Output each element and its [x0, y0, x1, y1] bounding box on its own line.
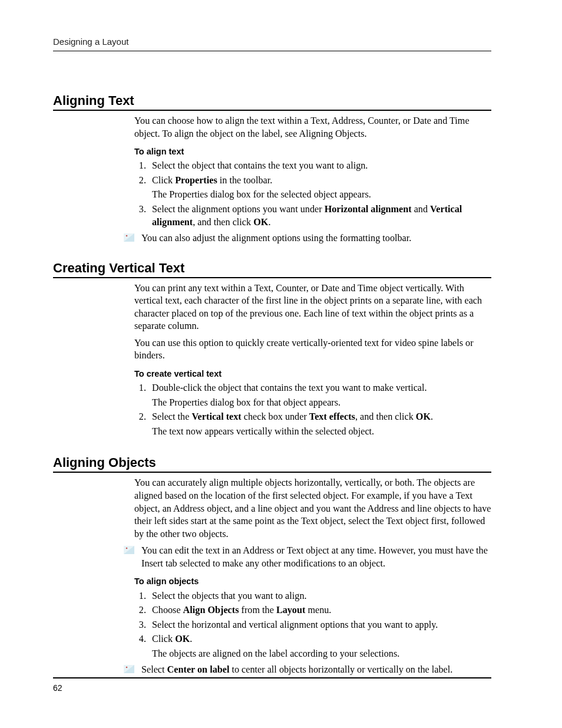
step-text: Choose Align Objects from the Layout men…: [152, 605, 331, 615]
step-text: Double-click the object that contains th…: [152, 383, 427, 393]
section-heading-aligning-objects: Aligning Objects: [53, 455, 491, 473]
note: You can edit the text in an Address or T…: [124, 545, 491, 570]
procedure-steps: Select the object that contains the text…: [134, 160, 491, 229]
step-result: The Properties dialog box for the select…: [152, 189, 491, 202]
step-text: Select the objects that you want to alig…: [152, 591, 307, 601]
section-heading-creating-vertical-text: Creating Vertical Text: [53, 261, 491, 278]
step: Choose Align Objects from the Layout men…: [148, 604, 491, 617]
step-text: Select the Vertical text check box under…: [152, 411, 433, 422]
step-text: Click Properties in the toolbar.: [152, 175, 272, 186]
svg-point-5: [126, 548, 128, 549]
step-text: Select the object that contains the text…: [152, 160, 368, 171]
step: Double-click the object that contains th…: [148, 382, 491, 409]
note-text: You can edit the text in an Address or T…: [141, 545, 491, 570]
paragraph: You can choose how to align the text wit…: [134, 115, 491, 140]
running-head: Designing a Layout: [53, 37, 128, 47]
section-body: You can print any text within a Text, Co…: [134, 282, 491, 439]
step: Select the alignment options you want un…: [148, 203, 491, 229]
section-body: You can choose how to align the text wit…: [134, 115, 491, 245]
step-text: Select the alignment options you want un…: [152, 204, 462, 228]
page-number: 62: [53, 683, 62, 693]
step-text: Select the horizontal and vertical align…: [152, 620, 438, 630]
note: Select Center on label to center all obj…: [124, 664, 491, 677]
note-icon: [124, 665, 135, 673]
page-content: Aligning Text You can choose how to alig…: [53, 93, 491, 677]
step: Click OK. The objects are aligned on the…: [148, 633, 491, 660]
note-icon: [124, 546, 135, 554]
step: Select the Vertical text check box under…: [148, 411, 491, 438]
step-result: The objects are aligned on the label acc…: [152, 648, 491, 661]
procedure-heading: To align objects: [134, 576, 491, 587]
note-text: You can also adjust the alignment option…: [141, 232, 491, 245]
procedure-steps: Select the objects that you want to alig…: [134, 590, 491, 661]
paragraph: You can print any text within a Text, Co…: [134, 282, 491, 333]
header-rule: [53, 51, 491, 51]
section-heading-aligning-text: Aligning Text: [53, 93, 491, 111]
note: You can also adjust the alignment option…: [124, 232, 491, 245]
step-text: Click OK.: [152, 634, 192, 644]
svg-point-8: [126, 667, 128, 668]
step: Click Properties in the toolbar. The Pro…: [148, 174, 491, 202]
step: Select the horizontal and vertical align…: [148, 619, 491, 632]
document-page: Designing a Layout Aligning Text You can…: [0, 0, 562, 728]
note-icon: [124, 233, 135, 242]
paragraph: You can use this option to quickly creat…: [134, 337, 491, 363]
section-body: You can accurately align multiple object…: [134, 477, 491, 676]
note-text: Select Center on label to center all obj…: [141, 664, 491, 677]
step: Select the object that contains the text…: [148, 160, 491, 173]
procedure-heading: To create vertical text: [134, 368, 491, 380]
paragraph: You can accurately align multiple object…: [134, 477, 491, 541]
footer-rule: [53, 677, 491, 678]
procedure-heading: To align text: [134, 146, 491, 157]
step-result: The text now appears vertically within t…: [152, 426, 491, 439]
svg-point-2: [126, 235, 128, 237]
step-result: The Properties dialog box for that objec…: [152, 397, 491, 410]
step: Select the objects that you want to alig…: [148, 590, 491, 603]
procedure-steps: Double-click the object that contains th…: [134, 382, 491, 438]
